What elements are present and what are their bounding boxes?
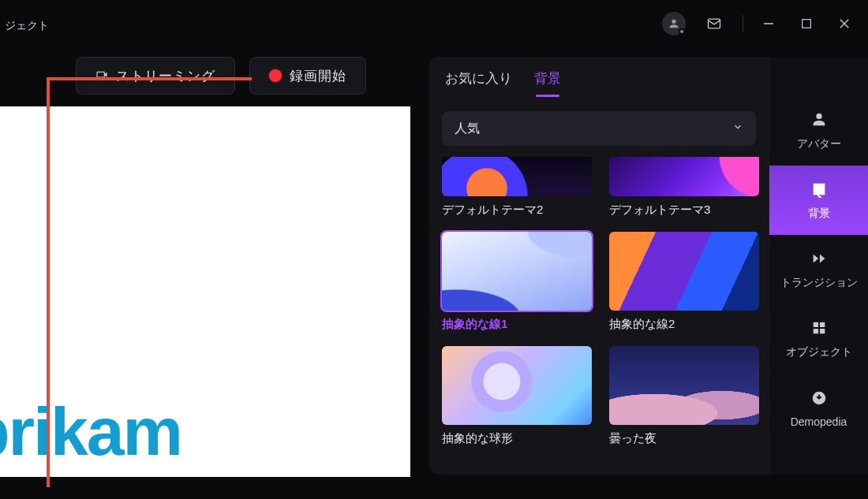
titlebar-right <box>662 6 868 41</box>
thumbnail-image <box>609 157 759 196</box>
rail-item-avatar[interactable]: アバター <box>769 96 868 166</box>
record-button[interactable]: 録画開始 <box>249 57 366 95</box>
main-toolbar: ストリーミング 録画開始 <box>76 57 366 95</box>
thumbnail-image <box>609 346 759 425</box>
rail-item-label: オブジェクト <box>786 345 852 359</box>
svg-rect-1 <box>764 23 773 24</box>
status-dot-icon <box>679 28 685 35</box>
annotation-line <box>47 77 50 487</box>
rail-item-label: Demopedia <box>791 415 847 428</box>
inbox-button[interactable] <box>697 6 731 41</box>
rail-item-label: アバター <box>797 137 841 151</box>
thumbnail-image <box>609 232 759 311</box>
category-rail: アバター背景トランジションオブジェクトDemopedia <box>769 57 868 475</box>
panel-tabs: お気に入り 背景 <box>429 63 769 97</box>
tab-label: お気に入り <box>445 71 512 86</box>
background-icon <box>810 181 828 200</box>
record-icon <box>269 69 282 82</box>
rail-item-demopedia[interactable]: Demopedia <box>769 374 868 443</box>
background-thumb-abs2[interactable]: 抽象的な線2 <box>609 232 759 332</box>
project-title: ジェクト <box>5 14 49 33</box>
thumbnail-caption: 抽象的な球形 <box>442 431 592 446</box>
maximize-button[interactable] <box>789 6 824 41</box>
preview-canvas[interactable]: brikam <box>0 106 410 477</box>
app-window: ジェクト ストリーミング <box>0 0 868 499</box>
avatar-icon <box>810 111 828 131</box>
mail-icon <box>706 16 722 32</box>
svg-rect-4 <box>813 322 817 326</box>
streaming-label: ストリーミング <box>116 67 215 85</box>
thumbnail-caption: デフォルトテーマ2 <box>442 203 592 218</box>
brand-logo-text: brikam <box>0 393 181 471</box>
object-icon <box>810 319 828 339</box>
annotation-line <box>47 77 252 80</box>
rail-item-label: トランジション <box>780 276 858 290</box>
title-bar: ジェクト <box>0 0 868 47</box>
minimize-button[interactable] <box>751 6 786 41</box>
rail-item-label: 背景 <box>808 207 830 221</box>
thumbnail-image <box>442 232 592 311</box>
maximize-icon <box>800 17 813 30</box>
category-dropdown[interactable]: 人気 <box>442 111 756 146</box>
background-thumb-abs1[interactable]: 抽象的な線1 <box>442 232 592 332</box>
background-thumb-theme3[interactable]: デフォルトテーマ3 <box>609 157 759 218</box>
chevron-down-icon <box>732 121 743 136</box>
svg-rect-0 <box>709 19 720 28</box>
dropdown-value: 人気 <box>455 121 480 137</box>
svg-rect-3 <box>97 72 104 77</box>
thumbnail-image <box>442 157 592 196</box>
background-thumb-sphere[interactable]: 抽象的な球形 <box>442 346 592 446</box>
svg-rect-7 <box>819 328 824 333</box>
close-button[interactable] <box>827 6 862 41</box>
tab-label: 背景 <box>534 71 561 86</box>
rail-item-object[interactable]: オブジェクト <box>769 304 868 374</box>
divider <box>743 15 743 32</box>
svg-rect-2 <box>803 20 811 28</box>
account-button[interactable] <box>662 12 686 35</box>
thumbnail-grid: デフォルトテーマ2デフォルトテーマ3抽象的な線1抽象的な線2抽象的な球形曇った夜 <box>442 157 761 446</box>
download-icon <box>810 389 828 409</box>
thumbnail-caption: 曇った夜 <box>609 431 759 446</box>
svg-rect-6 <box>813 328 817 333</box>
rail-item-background[interactable]: 背景 <box>769 166 868 235</box>
user-icon <box>668 17 680 30</box>
inspector-panel: お気に入り 背景 人気 デフォルトテーマ2デフォルトテーマ3抽象的な線1抽象的な… <box>429 57 769 475</box>
thumbnail-caption: 抽象的な線2 <box>609 317 759 332</box>
close-icon <box>837 17 851 31</box>
minimize-icon <box>761 17 776 31</box>
transition-icon <box>810 250 828 270</box>
rail-item-transition[interactable]: トランジション <box>769 235 868 304</box>
thumbnail-caption: 抽象的な線1 <box>442 317 592 332</box>
thumbnail-image <box>442 346 592 425</box>
tab-favorites[interactable]: お気に入り <box>445 69 512 97</box>
background-thumb-night[interactable]: 曇った夜 <box>609 346 759 446</box>
svg-rect-5 <box>819 322 824 326</box>
thumbnail-scroll[interactable]: デフォルトテーマ2デフォルトテーマ3抽象的な線1抽象的な線2抽象的な球形曇った夜 <box>429 157 769 475</box>
tab-background[interactable]: 背景 <box>534 69 561 97</box>
thumbnail-caption: デフォルトテーマ3 <box>609 203 759 218</box>
streaming-button[interactable]: ストリーミング <box>76 57 235 95</box>
record-label: 録画開始 <box>290 67 346 85</box>
background-thumb-theme2[interactable]: デフォルトテーマ2 <box>442 157 592 218</box>
